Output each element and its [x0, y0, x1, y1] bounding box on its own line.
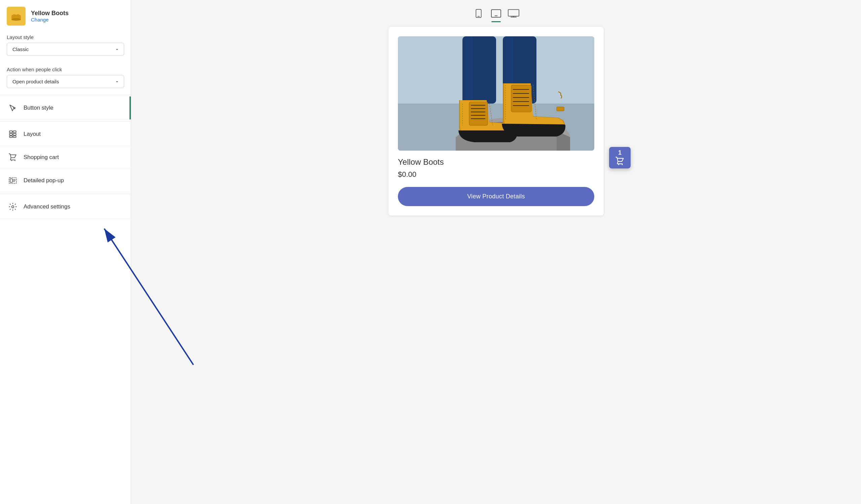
svg-point-9: [14, 160, 15, 161]
shopping-cart-icon: [8, 153, 17, 162]
sidebar-item-layout[interactable]: Layout: [0, 123, 131, 146]
svg-rect-42: [557, 107, 564, 111]
divider-3: [0, 194, 131, 194]
svg-rect-4: [10, 134, 12, 135]
layout-icon: [8, 129, 17, 139]
button-style-icon: [8, 103, 17, 113]
action-select[interactable]: Open product detailsAdd to cartOpen link: [7, 75, 124, 88]
sidebar-item-button-style[interactable]: Button style: [0, 97, 131, 120]
sidebar-item-detailed-popup-label: Detailed pop-up: [24, 177, 64, 184]
sidebar-item-advanced-settings[interactable]: Advanced settings: [0, 195, 131, 219]
svg-point-1: [11, 18, 21, 21]
tablet-view-button[interactable]: [489, 7, 504, 20]
sidebar-item-layout-label: Layout: [24, 131, 41, 138]
svg-rect-6: [10, 136, 12, 137]
sidebar-item-advanced-settings-label: Advanced settings: [24, 204, 70, 210]
svg-rect-18: [491, 10, 501, 17]
detailed-popup-icon: [8, 176, 17, 185]
viewport-toolbar: [471, 7, 521, 20]
change-link[interactable]: Change: [31, 17, 69, 23]
svg-rect-28: [466, 36, 473, 103]
product-image: [398, 36, 594, 151]
product-info: Yellow Boots Change: [31, 10, 69, 23]
sidebar-item-shopping-cart[interactable]: Shopping cart: [0, 146, 131, 169]
svg-rect-7: [13, 136, 16, 137]
divider-1: [0, 95, 131, 95]
sidebar-item-button-style-label: Button style: [24, 104, 54, 111]
svg-point-44: [621, 164, 623, 165]
product-header: Yellow Boots Change: [0, 0, 131, 29]
svg-rect-3: [13, 131, 16, 132]
view-product-details-button[interactable]: View Product Details: [398, 187, 594, 206]
product-name: Yellow Boots: [31, 10, 69, 17]
advanced-settings-icon: [8, 202, 17, 211]
preview-card: Yellow Boots $0.00 View Product Details …: [388, 27, 604, 215]
svg-rect-36: [511, 85, 531, 112]
button-style-accent: [129, 97, 131, 120]
divider-2: [0, 121, 131, 121]
sidebar: Yellow Boots Change Layout style Classic…: [0, 0, 131, 504]
sidebar-item-shopping-cart-label: Shopping cart: [24, 154, 59, 161]
action-label: Action when people click: [7, 67, 124, 72]
product-title: Yellow Boots: [398, 157, 594, 167]
product-price: $0.00: [398, 170, 594, 179]
svg-rect-11: [10, 179, 12, 183]
svg-rect-2: [10, 131, 12, 132]
svg-point-15: [12, 206, 14, 208]
mobile-view-button[interactable]: [471, 7, 486, 20]
svg-line-46: [131, 229, 193, 365]
svg-point-43: [618, 164, 619, 165]
main-preview-area: Yellow Boots $0.00 View Product Details …: [131, 0, 861, 504]
svg-rect-5: [13, 134, 16, 135]
layout-style-label: Layout style: [7, 34, 124, 40]
svg-point-8: [11, 160, 12, 161]
floating-cart-button[interactable]: 1: [609, 147, 631, 168]
desktop-view-button[interactable]: [506, 7, 521, 20]
svg-rect-20: [508, 10, 519, 16]
product-thumbnail: [7, 7, 26, 26]
action-section: Action when people click Open product de…: [0, 61, 131, 94]
cart-count: 1: [618, 150, 621, 156]
sidebar-item-detailed-popup[interactable]: Detailed pop-up: [0, 169, 131, 192]
layout-style-section: Layout style ClassicModernMinimal: [0, 29, 131, 61]
layout-style-select[interactable]: ClassicModernMinimal: [7, 43, 124, 56]
